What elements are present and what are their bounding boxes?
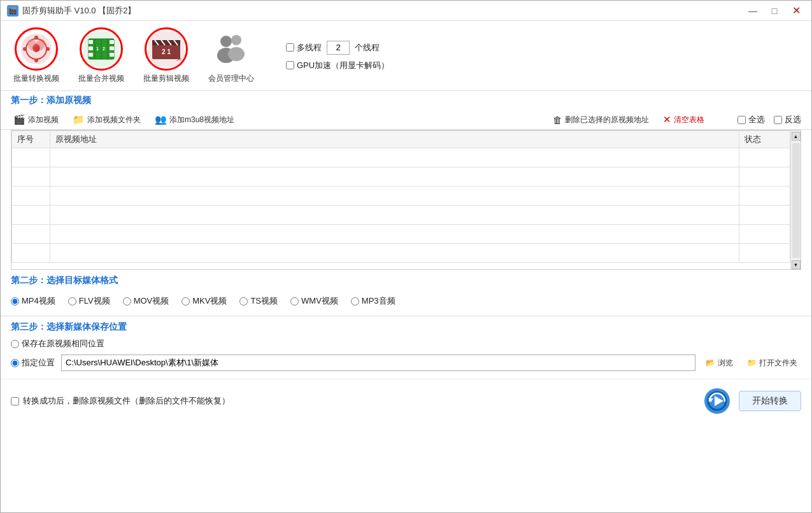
open-folder-btn[interactable]: 📁 打开文件夹 [743,356,801,370]
thread-controls: 多线程 个线程 GPU加速（用显卡解码） [286,41,389,71]
maximize-button[interactable]: □ [766,4,783,17]
tool-batch-convert[interactable]: 批量转换视频 [13,27,59,84]
thread-unit-label: 个线程 [355,42,380,53]
format-mp4-label[interactable]: MP4视频 [11,295,55,307]
check-inverse-checkbox[interactable] [774,116,782,124]
action-bar: 🎬 添加视频 📁 添加视频文件夹 👥 添加m3u8视频地址 🗑 删除已选择的原视… [1,110,811,130]
format-mp3-label[interactable]: MP3音频 [351,295,395,307]
gpu-checkbox[interactable] [286,61,294,69]
delete-after-convert-label[interactable]: 转换成功后，删除原视频文件（删除后的文件不能恢复） [11,395,230,407]
format-mov-radio[interactable] [123,297,131,306]
open-folder-label: 打开文件夹 [759,358,797,369]
save-same-label[interactable]: 保存在原视频相同位置 [11,338,104,349]
tool-member-center[interactable]: 会员管理中心 [208,27,254,84]
svg-rect-16 [110,46,114,50]
step1-header-text: 第一步：添加原视频 [11,95,91,105]
video-table-body [12,148,790,263]
thread-count-input[interactable] [327,41,350,55]
add-folder-icon: 📁 [73,114,85,125]
format-row: MP4视频 FLV视频 MOV视频 MKV视频 TS视频 [11,292,801,313]
browse-icon: 📂 [706,358,715,367]
browse-btn[interactable]: 📂 浏览 [702,356,737,370]
table-scrollbar[interactable]: ▲ ▼ [790,130,801,269]
check-inverse-label[interactable]: 反选 [774,114,801,125]
save-specified-text: 指定位置 [22,357,55,369]
format-mkv-label[interactable]: MKV视频 [182,295,227,307]
svg-point-32 [220,36,232,47]
check-all-label[interactable]: 全选 [737,114,765,125]
clear-table-btn[interactable]: ✕ 清空表格 [660,113,707,127]
format-mp3-text: MP3音频 [362,295,395,307]
bottom-bar: 转换成功后，删除原视频文件（删除后的文件不能恢复） 开始转换 [1,379,811,423]
delete-after-convert-text: 转换成功后，删除原视频文件（删除后的文件不能恢复） [23,395,230,407]
svg-text:1: 1 [96,46,99,51]
tool-batch-merge-icon-wrap: 1 2 [80,27,123,71]
start-convert-btn[interactable]: 开始转换 [739,391,801,411]
format-flv-label[interactable]: FLV视频 [68,295,110,307]
col-header-status: 状态 [739,131,790,148]
check-all-checkbox[interactable] [737,116,746,124]
multithread-checkbox-label[interactable]: 多线程 [286,42,322,53]
format-mov-label[interactable]: MOV视频 [123,295,169,307]
tool-batch-edit-label: 批量剪辑视频 [143,73,189,84]
batch-merge-svg-icon: 1 2 [83,31,119,67]
format-ts-radio[interactable] [239,297,248,306]
format-flv-radio[interactable] [68,297,76,306]
batch-edit-svg-icon: 2 1 ✂ [148,31,184,67]
svg-rect-12 [89,40,93,44]
save-path-input[interactable] [61,355,695,371]
main-content: 第一步：添加原视频 🎬 添加视频 📁 添加视频文件夹 👥 添加m3u8视频地址 … [1,91,811,512]
open-folder-icon: 📁 [747,358,757,367]
add-folder-btn[interactable]: 📁 添加视频文件夹 [70,113,143,127]
minimize-button[interactable]: — [744,4,762,17]
format-mp3-radio[interactable] [351,297,359,306]
save-specified-label[interactable]: 指定位置 [11,357,55,369]
gpu-checkbox-label[interactable]: GPU加速（用显卡解码） [286,60,389,71]
col-header-seq: 序号 [12,131,50,148]
save-specified-radio[interactable] [11,359,19,367]
scroll-down-btn[interactable]: ▼ [792,260,801,269]
main-window: 🎬 固乔剪辑助手 V10.0 【固乔2】 — □ ✕ [0,0,812,513]
format-wmv-radio[interactable] [290,297,299,306]
format-flv-text: FLV视频 [79,295,110,307]
check-inverse-text: 反选 [785,114,801,125]
batch-convert-svg-icon [18,31,54,67]
delete-after-convert-checkbox[interactable] [11,397,19,405]
step3-section: 第三步：选择新媒体保存位置 保存在原视频相同位置 指定位置 📂 浏览 [1,316,811,379]
svg-rect-13 [89,46,93,50]
save-same-radio[interactable] [11,340,19,348]
step3-header: 第三步：选择新媒体保存位置 [11,321,801,333]
format-mp4-text: MP4视频 [22,295,55,307]
format-mp4-radio[interactable] [11,297,19,306]
tool-batch-edit[interactable]: 2 1 ✂ 批量剪辑视频 [143,27,189,84]
svg-text:2 1: 2 1 [162,48,171,55]
svg-point-9 [32,44,40,52]
delete-selected-btn[interactable]: 🗑 删除已选择的原视频地址 [550,113,652,127]
gpu-row: GPU加速（用显卡解码） [286,60,389,71]
multithread-checkbox[interactable] [286,43,294,52]
tool-batch-merge[interactable]: 1 2 批量合并视频 [78,27,124,84]
format-mkv-radio[interactable] [182,297,190,306]
format-wmv-label[interactable]: WMV视频 [290,295,338,307]
format-mkv-text: MKV视频 [192,295,227,307]
gpu-label: GPU加速（用显卡解码） [297,60,389,71]
tool-member-center-icon-wrap [210,27,253,71]
save-specified-row: 指定位置 📂 浏览 📁 打开文件夹 [11,355,801,371]
table-row [12,225,790,244]
add-m3u8-btn[interactable]: 👥 添加m3u8视频地址 [152,113,237,127]
titlebar: 🎬 固乔剪辑助手 V10.0 【固乔2】 — □ ✕ [1,1,811,21]
svg-rect-15 [110,40,114,44]
svg-rect-17 [110,53,114,57]
member-center-svg-icon [212,30,250,68]
scroll-up-btn[interactable]: ▲ [792,132,801,141]
svg-rect-14 [89,53,93,57]
add-video-btn[interactable]: 🎬 添加视频 [11,113,61,127]
toolbar: 批量转换视频 [1,21,811,91]
svg-point-34 [231,35,241,45]
step2-header: 第二步：选择目标媒体格式 [11,275,801,286]
save-same-row: 保存在原视频相同位置 [11,338,801,349]
clear-table-label: 清空表格 [674,115,704,125]
table-header-row: 序号 原视频地址 状态 [12,131,790,148]
close-button[interactable]: ✕ [787,4,805,17]
format-ts-label[interactable]: TS视频 [239,295,278,307]
